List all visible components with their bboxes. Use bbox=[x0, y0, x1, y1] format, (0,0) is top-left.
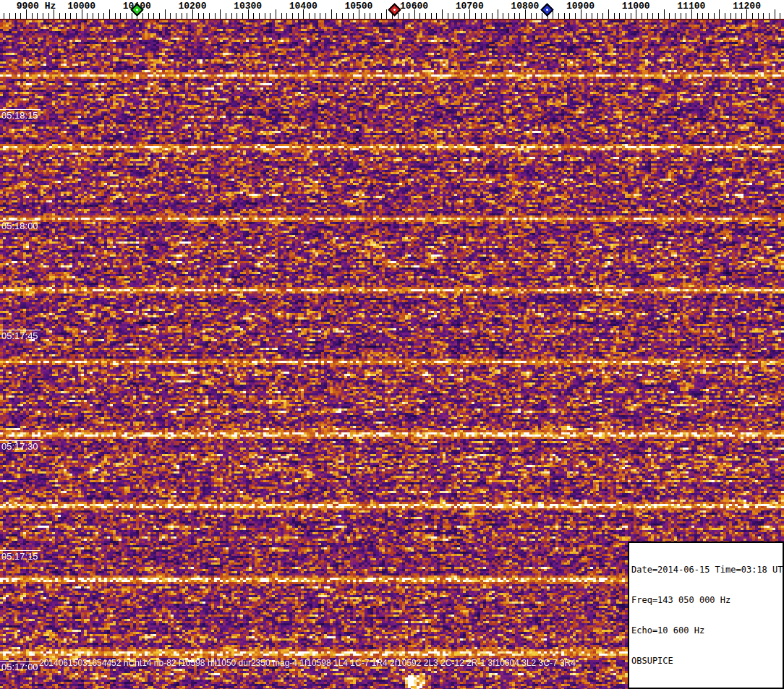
observation-info-box: Date=2014-06-15 Time=03:18 UTC Freq=143 … bbox=[628, 542, 784, 689]
ruler-tick bbox=[642, 13, 642, 19]
ruler-label: 10500 bbox=[344, 1, 372, 12]
ruler-tick bbox=[259, 13, 260, 19]
ruler-tick bbox=[398, 13, 399, 19]
ruler-tick bbox=[647, 13, 648, 19]
ruler-tick bbox=[109, 9, 110, 19]
ruler-tick bbox=[237, 13, 237, 19]
ruler-tick bbox=[198, 13, 199, 19]
ruler-tick bbox=[32, 13, 33, 19]
ruler-tick bbox=[93, 13, 93, 19]
ruler-tick bbox=[741, 13, 742, 19]
ruler-tick bbox=[386, 9, 387, 19]
ruler-tick bbox=[98, 13, 99, 19]
ruler-tick bbox=[9, 13, 10, 19]
ruler-tick bbox=[142, 13, 143, 19]
ruler-tick bbox=[70, 13, 71, 19]
ruler-tick bbox=[675, 13, 676, 19]
ruler-tick bbox=[342, 13, 343, 19]
ruler-tick bbox=[325, 13, 326, 19]
ruler-tick bbox=[608, 9, 609, 19]
ruler-tick bbox=[780, 13, 780, 19]
ruler-tick bbox=[126, 13, 127, 19]
ruler-tick bbox=[459, 13, 459, 19]
ruler-tick bbox=[558, 13, 559, 19]
ruler-tick bbox=[298, 13, 299, 19]
ruler-tick bbox=[481, 13, 482, 19]
ruler-tick bbox=[725, 13, 725, 19]
frequency-ruler: 9900 Hz100001010010200103001040010500106… bbox=[0, 0, 784, 20]
ruler-tick bbox=[159, 13, 160, 19]
ruler-tick bbox=[403, 13, 404, 19]
ruler-tick bbox=[176, 13, 176, 19]
ruler-tick bbox=[763, 13, 764, 19]
ruler-tick bbox=[697, 13, 698, 19]
ruler-tick bbox=[15, 13, 16, 19]
ruler-tick bbox=[215, 13, 216, 19]
ruler-tick bbox=[231, 13, 232, 19]
time-label: 05:17:45 bbox=[1, 330, 38, 341]
ruler-tick bbox=[719, 9, 720, 19]
ruler-tick bbox=[209, 13, 210, 19]
ruler-label: 11200 bbox=[733, 1, 761, 12]
marker-center-dot bbox=[135, 8, 138, 11]
ruler-tick bbox=[59, 13, 60, 19]
ruler-tick bbox=[370, 13, 370, 19]
ruler-tick bbox=[575, 13, 576, 19]
ruler-tick bbox=[553, 9, 553, 19]
ruler-tick bbox=[431, 13, 432, 19]
ruler-tick bbox=[381, 13, 382, 19]
time-label: 05:17:00 bbox=[1, 662, 38, 672]
ruler-tick bbox=[498, 9, 498, 19]
ruler-tick bbox=[365, 13, 365, 19]
ruler-tick bbox=[120, 13, 121, 19]
meteor-spectrogram-window: 9900 Hz100001010010200103001040010500106… bbox=[0, 0, 784, 689]
ruler-tick bbox=[170, 13, 171, 19]
info-echo: Echo=10 600 Hz bbox=[631, 625, 780, 635]
time-label: 05:18:15 bbox=[1, 110, 38, 121]
ruler-tick bbox=[536, 13, 537, 19]
ruler-tick bbox=[148, 13, 149, 19]
marker-blue-diamond-icon[interactable] bbox=[540, 3, 553, 16]
info-station: OBSUPICE bbox=[631, 656, 780, 666]
ruler-label: 10300 bbox=[234, 1, 262, 12]
ruler-tick bbox=[769, 13, 770, 19]
ruler-tick bbox=[276, 9, 276, 19]
ruler-tick bbox=[453, 13, 453, 19]
ruler-label: 10800 bbox=[511, 1, 539, 12]
ruler-tick bbox=[752, 13, 753, 19]
ruler-tick bbox=[65, 13, 66, 19]
ruler-tick bbox=[242, 13, 243, 19]
ruler-tick bbox=[519, 13, 520, 19]
marker-center-dot bbox=[545, 8, 548, 11]
ruler-tick bbox=[503, 13, 503, 19]
ruler-tick bbox=[531, 13, 532, 19]
ruler-tick bbox=[492, 13, 493, 19]
ruler-tick bbox=[76, 13, 77, 19]
ruler-tick bbox=[20, 13, 21, 19]
ruler-tick bbox=[115, 13, 116, 19]
ruler-label: 10000 bbox=[67, 1, 95, 12]
ruler-tick bbox=[664, 9, 665, 19]
ruler-tick bbox=[165, 9, 166, 19]
ruler-tick bbox=[658, 13, 659, 19]
ruler-tick bbox=[625, 13, 626, 19]
ruler-tick bbox=[514, 13, 515, 19]
ruler-tick bbox=[253, 13, 254, 19]
ruler-tick bbox=[4, 13, 4, 19]
ruler-tick bbox=[464, 13, 465, 19]
ruler-tick bbox=[419, 13, 420, 19]
ruler-tick bbox=[714, 13, 715, 19]
ruler-tick bbox=[353, 13, 354, 19]
ruler-tick bbox=[669, 13, 670, 19]
time-label: 05:17:30 bbox=[1, 441, 38, 452]
ruler-tick bbox=[652, 13, 653, 19]
time-label: 05:17:15 bbox=[1, 551, 38, 562]
ruler-tick bbox=[281, 13, 282, 19]
info-date-time: Date=2014-06-15 Time=03:18 UTC bbox=[631, 565, 780, 575]
marker-center-dot bbox=[393, 8, 396, 11]
ruler-label: 9900 Hz bbox=[17, 1, 56, 12]
ruler-tick bbox=[569, 13, 570, 19]
ruler-tick bbox=[320, 13, 320, 19]
ruler-tick bbox=[631, 13, 631, 19]
ruler-tick bbox=[681, 13, 681, 19]
